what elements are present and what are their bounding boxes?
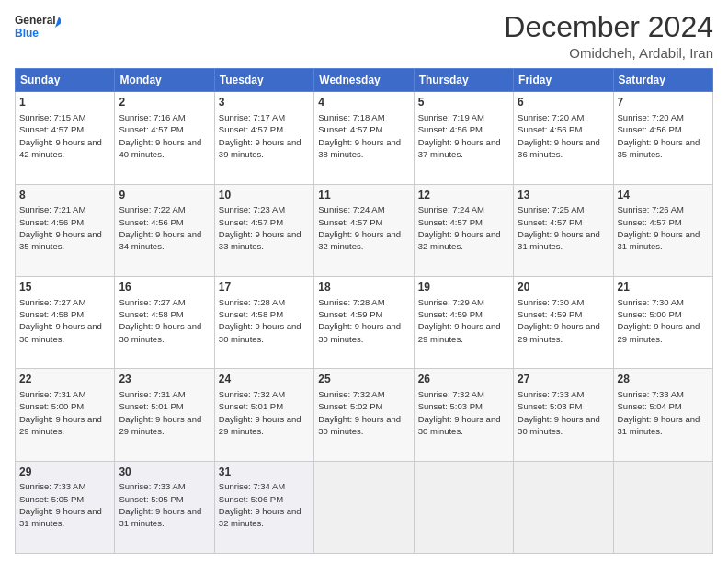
sunrise-text: Sunrise: 7:30 AM xyxy=(518,297,584,307)
svg-text:General: General xyxy=(15,14,56,27)
daylight-text: Daylight: 9 hours and 30 minutes. xyxy=(119,321,201,343)
sunrise-text: Sunrise: 7:33 AM xyxy=(518,389,584,399)
table-row: 9 Sunrise: 7:22 AM Sunset: 4:56 PM Dayli… xyxy=(115,184,214,276)
table-row xyxy=(414,461,513,553)
daylight-text: Daylight: 9 hours and 30 minutes. xyxy=(518,414,600,436)
daylight-text: Daylight: 9 hours and 30 minutes. xyxy=(318,321,401,343)
daylight-text: Daylight: 9 hours and 32 minutes. xyxy=(219,506,301,528)
sunrise-text: Sunrise: 7:19 AM xyxy=(418,112,484,122)
table-row: 3 Sunrise: 7:17 AM Sunset: 4:57 PM Dayli… xyxy=(214,92,313,184)
sunrise-text: Sunrise: 7:27 AM xyxy=(119,297,185,307)
sunrise-text: Sunrise: 7:22 AM xyxy=(119,204,185,214)
day-number: 8 xyxy=(19,188,110,203)
sunrise-text: Sunrise: 7:28 AM xyxy=(219,297,285,307)
day-number: 18 xyxy=(318,280,409,295)
calendar-table: Sunday Monday Tuesday Wednesday Thursday… xyxy=(15,68,713,554)
table-row: 28 Sunrise: 7:33 AM Sunset: 5:04 PM Dayl… xyxy=(613,369,712,461)
daylight-text: Daylight: 9 hours and 31 minutes. xyxy=(19,506,102,528)
daylight-text: Daylight: 9 hours and 32 minutes. xyxy=(418,229,501,251)
sunset-text: Sunset: 5:00 PM xyxy=(618,309,682,319)
sunset-text: Sunset: 5:03 PM xyxy=(418,401,483,411)
day-number: 27 xyxy=(518,372,609,387)
sunset-text: Sunset: 4:57 PM xyxy=(19,124,84,134)
sunset-text: Sunset: 5:06 PM xyxy=(219,494,283,504)
table-row: 14 Sunrise: 7:26 AM Sunset: 4:57 PM Dayl… xyxy=(613,184,712,276)
table-row: 8 Sunrise: 7:21 AM Sunset: 4:56 PM Dayli… xyxy=(16,184,115,276)
logo-svg: General Blue xyxy=(15,11,61,44)
sunset-text: Sunset: 4:58 PM xyxy=(19,309,84,319)
daylight-text: Daylight: 9 hours and 31 minutes. xyxy=(518,229,600,251)
sunrise-text: Sunrise: 7:24 AM xyxy=(418,204,484,214)
col-wednesday: Wednesday xyxy=(314,69,414,92)
svg-marker-2 xyxy=(55,17,61,28)
table-row: 10 Sunrise: 7:23 AM Sunset: 4:57 PM Dayl… xyxy=(214,184,313,276)
daylight-text: Daylight: 9 hours and 29 minutes. xyxy=(418,321,501,343)
table-row: 4 Sunrise: 7:18 AM Sunset: 4:57 PM Dayli… xyxy=(314,92,414,184)
sunrise-text: Sunrise: 7:15 AM xyxy=(19,112,85,122)
sunrise-text: Sunrise: 7:26 AM xyxy=(618,204,684,214)
daylight-text: Daylight: 9 hours and 30 minutes. xyxy=(318,414,401,436)
sunset-text: Sunset: 4:56 PM xyxy=(618,124,682,134)
sunset-text: Sunset: 5:00 PM xyxy=(19,401,84,411)
table-row: 15 Sunrise: 7:27 AM Sunset: 4:58 PM Dayl… xyxy=(16,276,115,368)
daylight-text: Daylight: 9 hours and 37 minutes. xyxy=(418,137,501,159)
sunset-text: Sunset: 4:56 PM xyxy=(418,124,483,134)
sunset-text: Sunset: 4:57 PM xyxy=(119,124,183,134)
daylight-text: Daylight: 9 hours and 38 minutes. xyxy=(318,137,401,159)
sunrise-text: Sunrise: 7:20 AM xyxy=(518,112,584,122)
day-number: 20 xyxy=(518,280,609,295)
day-number: 28 xyxy=(618,372,709,387)
table-row: 16 Sunrise: 7:27 AM Sunset: 4:58 PM Dayl… xyxy=(115,276,214,368)
svg-text:Blue: Blue xyxy=(15,27,39,40)
table-row: 12 Sunrise: 7:24 AM Sunset: 4:57 PM Dayl… xyxy=(414,184,513,276)
sunset-text: Sunset: 4:56 PM xyxy=(119,217,183,227)
table-row: 29 Sunrise: 7:33 AM Sunset: 5:05 PM Dayl… xyxy=(16,461,115,553)
daylight-text: Daylight: 9 hours and 29 minutes. xyxy=(19,414,102,436)
sunset-text: Sunset: 5:03 PM xyxy=(518,401,582,411)
sunrise-text: Sunrise: 7:27 AM xyxy=(19,297,85,307)
sunset-text: Sunset: 5:05 PM xyxy=(19,494,84,504)
daylight-text: Daylight: 9 hours and 40 minutes. xyxy=(119,137,201,159)
day-number: 10 xyxy=(219,188,310,203)
table-row: 1 Sunrise: 7:15 AM Sunset: 4:57 PM Dayli… xyxy=(16,92,115,184)
daylight-text: Daylight: 9 hours and 31 minutes. xyxy=(119,506,201,528)
day-number: 9 xyxy=(119,188,210,203)
day-number: 25 xyxy=(318,372,409,387)
sunrise-text: Sunrise: 7:29 AM xyxy=(418,297,484,307)
table-row: 18 Sunrise: 7:28 AM Sunset: 4:59 PM Dayl… xyxy=(314,276,414,368)
day-number: 6 xyxy=(518,95,609,110)
calendar-row: 22 Sunrise: 7:31 AM Sunset: 5:00 PM Dayl… xyxy=(16,369,713,461)
day-number: 29 xyxy=(19,465,110,480)
table-row: 7 Sunrise: 7:20 AM Sunset: 4:56 PM Dayli… xyxy=(613,92,712,184)
sunset-text: Sunset: 4:57 PM xyxy=(219,217,283,227)
day-number: 19 xyxy=(418,280,509,295)
daylight-text: Daylight: 9 hours and 29 minutes. xyxy=(618,321,700,343)
sunset-text: Sunset: 4:56 PM xyxy=(19,217,84,227)
sunrise-text: Sunrise: 7:33 AM xyxy=(618,389,684,399)
day-number: 1 xyxy=(19,95,110,110)
calendar-row: 29 Sunrise: 7:33 AM Sunset: 5:05 PM Dayl… xyxy=(16,461,713,553)
calendar-row: 15 Sunrise: 7:27 AM Sunset: 4:58 PM Dayl… xyxy=(16,276,713,368)
col-thursday: Thursday xyxy=(414,69,513,92)
table-row: 5 Sunrise: 7:19 AM Sunset: 4:56 PM Dayli… xyxy=(414,92,513,184)
sunset-text: Sunset: 4:57 PM xyxy=(219,124,283,134)
sunrise-text: Sunrise: 7:16 AM xyxy=(119,112,185,122)
header: General Blue December 2024 Omidcheh, Ard… xyxy=(15,11,713,61)
calendar-row: 8 Sunrise: 7:21 AM Sunset: 4:56 PM Dayli… xyxy=(16,184,713,276)
table-row: 24 Sunrise: 7:32 AM Sunset: 5:01 PM Dayl… xyxy=(214,369,313,461)
table-row: 2 Sunrise: 7:16 AM Sunset: 4:57 PM Dayli… xyxy=(115,92,214,184)
sunrise-text: Sunrise: 7:33 AM xyxy=(19,481,85,491)
day-number: 30 xyxy=(119,465,210,480)
sunrise-text: Sunrise: 7:23 AM xyxy=(219,204,285,214)
col-sunday: Sunday xyxy=(16,69,115,92)
daylight-text: Daylight: 9 hours and 30 minutes. xyxy=(418,414,501,436)
sunset-text: Sunset: 4:58 PM xyxy=(219,309,283,319)
sunrise-text: Sunrise: 7:34 AM xyxy=(219,481,285,491)
day-number: 23 xyxy=(119,372,210,387)
col-monday: Monday xyxy=(115,69,214,92)
table-row: 19 Sunrise: 7:29 AM Sunset: 4:59 PM Dayl… xyxy=(414,276,513,368)
sunrise-text: Sunrise: 7:20 AM xyxy=(618,112,684,122)
daylight-text: Daylight: 9 hours and 34 minutes. xyxy=(119,229,201,251)
sunset-text: Sunset: 4:59 PM xyxy=(318,309,382,319)
daylight-text: Daylight: 9 hours and 31 minutes. xyxy=(618,229,700,251)
